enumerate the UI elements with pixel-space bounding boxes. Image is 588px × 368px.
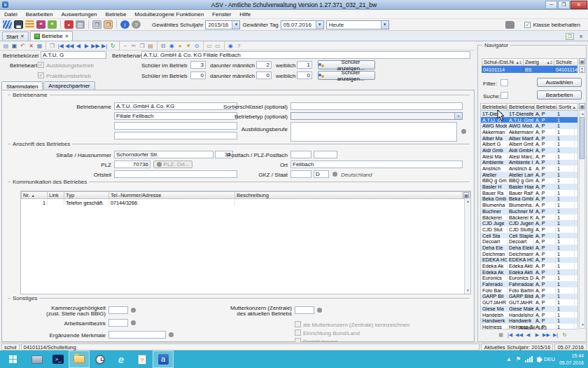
orange-bars-icon[interactable] [25,20,34,29]
column-config-icon[interactable]: ▦ [579,103,585,109]
history-icon[interactable]: ⊙ [193,42,201,50]
col-beschreibung[interactable]: Beschreibung [235,191,463,199]
betriebe-list-scrollbar[interactable]: ▲ ▼ [579,110,585,329]
clock[interactable]: 15:4405.07.2016 [559,353,584,365]
monitor-small-icon[interactable]: ▭ [214,42,222,50]
col-nr[interactable]: Nr.▲ [21,191,48,199]
fast-back-icon[interactable]: ◀◀ [65,42,74,50]
info-icon[interactable]: i [120,20,130,29]
minimize-button[interactable]: ─ [545,1,557,9]
close-button[interactable]: ✕ [570,1,587,9]
col-sortierung[interactable]: Sortiern...▲ [557,103,578,111]
betrieb-row[interactable]: EDEKA HG EDEKA HG ... A, P 1 [481,257,578,264]
betrieb-row[interactable]: Edeka Ak Edeka Akti... A, P 1 [481,269,578,275]
refresh-icon[interactable]: ↻ [109,42,117,50]
bearbeiten-button[interactable]: Bearbeiten [537,90,582,100]
school-table-spinner[interactable]: ▲▼ [579,66,585,73]
col-betriebename[interactable]: Betriebena... [507,103,535,111]
print-icon[interactable]: ⊟ [160,42,167,50]
language-indicator[interactable]: DEU [544,356,555,362]
copy-icon[interactable]: ❒ [139,42,146,50]
betrieb-row[interactable]: Atelier Atelier Lam... A, P 1 [481,172,578,178]
filter-icon[interactable]: ▼ [185,42,192,50]
betrieb-row[interactable]: Deha Ele Deha Elekt... A, P 1 [481,245,578,251]
next-record-icon[interactable]: ▶ [83,42,90,50]
betrieb-row[interactable]: Bauer Ra Bauer Ralf A, P 1 [481,190,578,196]
mutterkonzern-field[interactable] [295,306,314,314]
grid-icon[interactable]: ▦ [497,331,505,339]
zeitraum-select[interactable]: Heute▼ [326,20,389,29]
menu-item[interactable]: Datei [0,10,22,18]
menu-item[interactable]: Hilfe [235,10,255,18]
help-app-icon[interactable]: ? [132,350,153,368]
arbeitsamt-field[interactable] [108,319,128,327]
betrieb-row[interactable]: Giese Ma Giese Maler A, P 1 [481,306,578,312]
printer-icon[interactable] [505,21,514,29]
first-record-icon[interactable]: |◀ [57,42,64,50]
col-link[interactable]: Link [48,191,64,199]
tab-ansprechpartner[interactable]: Ansprechpartner [43,81,94,90]
delete-icon[interactable]: ✕ [27,42,35,50]
window-icon[interactable]: ❐ [48,42,56,50]
col-schulnr[interactable]: Schul-/Dst.Nr.▲1 [482,58,524,66]
menu-item[interactable]: Betriebe [102,10,131,18]
info-round-icon[interactable]: ◉ [227,42,234,50]
tab-betriebe[interactable]: Betriebe ✕ [30,31,74,41]
betrieb-row[interactable]: 1T-Diens 1T-Dienstle... A, P 1 [481,111,578,117]
betrieb-row[interactable]: CJD Stut CJD Stuttg... A, P 1 [481,226,578,233]
col-betriebeart[interactable]: Betriebeart [535,103,557,111]
schuljahr-select[interactable]: 2015/16▼ [205,20,240,29]
betrieb-row[interactable]: BBQ g Gm BBQ g GmbH A, P 1 [481,178,578,184]
betrieb-row[interactable]: Bäckerei Bäckerei Ka... A, P 1 [481,214,578,221]
fast-forward-icon[interactable]: ▶▶ [91,42,99,50]
clipboard-icon[interactable]: ❒ [92,20,102,29]
betrieb-row[interactable]: Deichman Deichmann A, P 1 [481,251,578,257]
fast-back-icon[interactable]: ◀◀ [515,331,523,339]
schueler-anzeigen-button[interactable]: Schüler anzeigen... [318,71,375,80]
menu-item[interactable]: Auswertungen [57,10,101,18]
start-button[interactable] [0,350,27,368]
last-record-icon[interactable]: ▶| [552,331,559,339]
plz-field[interactable]: 70736 [114,161,150,168]
ort-field[interactable]: Fellbach [290,161,463,168]
betrieb-row[interactable]: A.T.U. G A.T.U. Gmb... A, P 1 [481,117,578,123]
column-config-icon[interactable]: ▦ [579,58,585,64]
next-record-icon[interactable]: ▶ [533,331,541,339]
cut-icon[interactable]: ✂ [130,42,138,50]
clipboard-plus-icon[interactable]: ❒ [104,20,113,29]
chat-red-icon[interactable]: ❝ [36,20,46,29]
detach-view-icon[interactable]: ❐ [566,33,574,40]
sortierschluessel-field[interactable] [290,102,463,110]
postfach-field-1[interactable] [290,151,312,158]
remove-icon[interactable]: − [122,42,130,50]
chart-module-icon[interactable]: ▥ [76,20,85,29]
server-manager-icon[interactable] [27,350,48,368]
edit-table-icon[interactable]: ▦ [36,42,43,50]
fast-forward-icon[interactable]: ▶▶ [542,331,550,339]
kommunikation-row[interactable]: 1 Telefon geschäft. 07144/3266 [21,199,470,206]
suche-field[interactable] [500,92,508,99]
save-icon[interactable]: ▣ [10,42,18,50]
students-module-icon[interactable] [3,20,12,29]
chat-green-icon[interactable]: ❝ [48,20,57,29]
col-typ[interactable]: Typ [64,191,109,199]
betrieb-row[interactable]: Fahrrado Fahrradoase A, P 1 [481,281,578,287]
staat-code-field[interactable]: D [314,170,329,178]
prev-record-icon[interactable]: ◀ [524,331,532,339]
kommunikation-scrollbar[interactable]: ▲ ▼ [464,198,470,294]
tab-start[interactable]: Start ✕ [2,32,29,41]
betrieb-row[interactable]: Handelsh Handelshof A, P 1 [481,312,578,318]
hint-icon[interactable]: ● [176,42,184,50]
schueler-anzeigen-button[interactable]: Schüler anzeigen... [318,60,375,69]
col-tel[interactable]: Tel.-Nummer/Adresse [109,191,235,199]
betrieb-row[interactable]: Decoart Decoart A, P 1 [481,238,578,245]
clock-app-icon[interactable] [90,350,111,368]
betrieb-row[interactable]: AWG Mode AWG Mod... A, P 1 [481,123,578,129]
monitor-small-icon[interactable]: ▭ [206,42,214,50]
auswaehlen-button[interactable]: Auswählen [537,78,582,87]
help-icon[interactable]: ? [132,20,141,29]
file-explorer-icon[interactable] [69,350,90,368]
betrieb-row[interactable]: Albert G Albert GmbH A, P 1 [481,141,578,147]
betrieb-row[interactable]: Ambiente Ambiente I... A, P 1 [481,160,578,166]
speaker-icon[interactable] [537,357,540,362]
